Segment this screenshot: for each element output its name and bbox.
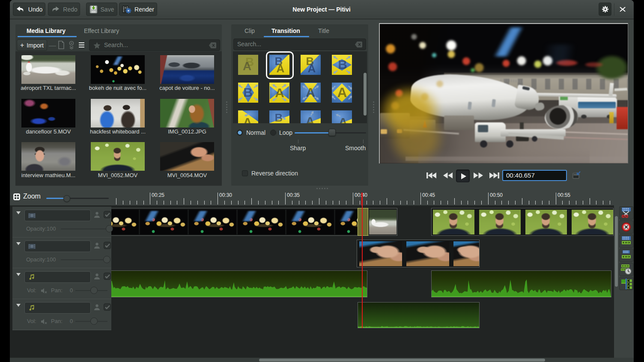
- svg-text:B: B: [243, 85, 253, 99]
- svg-text:A: A: [277, 62, 285, 75]
- svg-text:A: A: [305, 114, 315, 123]
- svg-text:A: A: [275, 86, 284, 100]
- svg-text:B: B: [275, 111, 283, 123]
- svg-text:A: A: [243, 115, 252, 123]
- svg-text:A: A: [308, 62, 316, 75]
- svg-text:B: B: [338, 57, 347, 71]
- svg-text:A: A: [337, 85, 347, 100]
- svg-text:A: A: [243, 59, 251, 73]
- svg-text:A: A: [306, 85, 315, 99]
- svg-text:A: A: [338, 115, 348, 123]
